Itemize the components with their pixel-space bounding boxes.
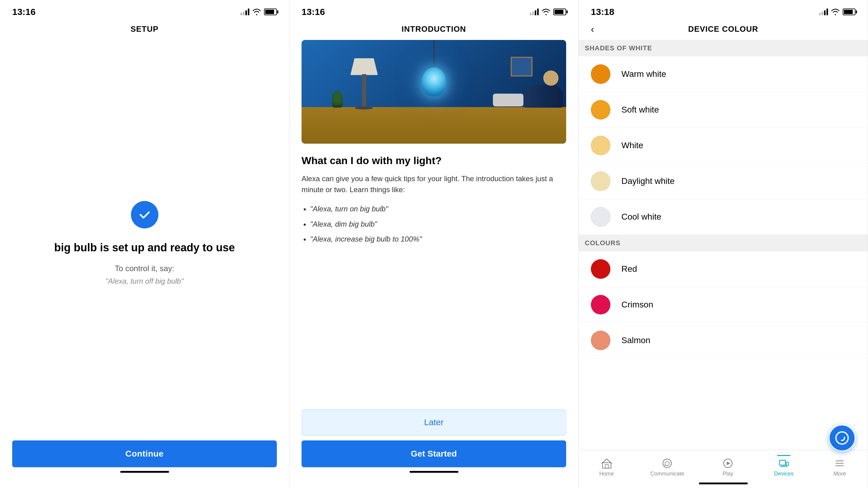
plant [332,91,343,108]
page-title-3: DEVICE COLOUR [688,24,758,34]
page-header-1: SETUP [0,21,289,40]
status-time-2: 13:16 [302,7,325,17]
white-label: White [621,140,643,150]
communicate-nav-icon [660,458,674,469]
setup-title: big bulb is set up and ready to use [54,241,235,255]
nav-more[interactable]: More [828,458,852,477]
signal-icon-3 [819,8,828,15]
back-button[interactable]: ‹ [591,24,594,35]
svg-point-4 [663,459,672,467]
salmon-label: Salmon [621,335,650,345]
intro-bottom: Later Get Started [289,403,578,488]
sleeping-figure [523,85,563,108]
colour-item-daylight-white[interactable]: Daylight white [579,163,868,199]
pendant-bulb [422,67,446,96]
warm-white-swatch [591,64,611,84]
white-swatch [591,136,611,155]
voice-command: "Alexa, turn off big bulb" [105,277,184,286]
page-header-2: INTRODUCTION [289,21,578,40]
svg-point-1 [840,435,844,441]
check-svg [137,207,152,222]
devices-nav-label: Devices [774,470,794,477]
colour-item-warm-white[interactable]: Warm white [579,57,868,92]
home-nav-label: Home [599,470,614,477]
pendant-cord [433,40,434,67]
colour-item-crimson[interactable]: Crimson [579,287,868,323]
svg-rect-6 [779,460,785,465]
more-nav-label: More [834,470,846,477]
colour-item-red[interactable]: Red [579,251,868,287]
devices-active-indicator [777,455,790,456]
salmon-swatch [591,331,611,350]
get-started-button[interactable]: Get Started [302,441,566,467]
play-nav-icon [721,458,735,469]
colour-item-salmon[interactable]: Salmon [579,323,868,358]
intro-title: What can I do with my light? [302,155,442,166]
nav-devices[interactable]: Devices [772,455,796,477]
head [543,70,559,86]
setup-bottom: Continue [0,434,289,488]
intro-body: Alexa can give you a few quick tips for … [302,173,566,195]
nav-communicate[interactable]: Communicate [650,458,684,477]
nav-home[interactable]: Home [594,458,619,477]
alexa-fab-button[interactable] [829,425,856,451]
battery-icon-3 [843,8,856,15]
battery-icon-2 [553,8,566,15]
wifi-icon-3 [831,8,840,15]
status-time-1: 13:16 [12,7,36,17]
home-nav-icon [600,458,614,469]
setup-content: big bulb is set up and ready to use To c… [0,40,289,434]
section-colours-header: COLOURS [579,235,868,251]
colour-item-cool-white[interactable]: Cool white [579,199,868,235]
soft-white-label: Soft white [621,105,659,115]
daylight-white-swatch [591,171,611,191]
devices-nav-icon [777,458,790,469]
alexa-icon [834,430,850,446]
status-icons-2 [530,8,566,15]
wifi-icon-2 [542,8,550,15]
status-bar-3: 13:18 [579,0,868,21]
intro-examples-list: "Alexa, turn on big bulb" "Alexa, dim bi… [302,204,422,249]
later-button[interactable]: Later [302,409,566,435]
status-bar-1: 13:16 [0,0,289,21]
panel-introduction: 13:16 INTRODUCTION [289,0,579,488]
red-swatch [591,259,611,279]
panel-setup: 13:16 SETUP big bulb is set up and ready… [0,0,289,488]
success-icon [131,201,158,228]
crimson-swatch [591,295,611,315]
signal-icon-1 [241,8,249,15]
status-bar-2: 13:16 [289,0,578,21]
svg-rect-7 [786,462,789,466]
colour-item-soft-white[interactable]: Soft white [579,92,868,128]
svg-rect-2 [602,463,611,468]
setup-subtitle: To control it, say: [115,264,174,273]
status-icons-3 [819,8,856,15]
status-icons-1 [241,8,277,15]
page-title-1: SETUP [131,24,159,34]
picture-frame [510,57,533,76]
colour-item-white[interactable]: White [579,128,868,163]
status-time-3: 13:18 [591,7,614,17]
daylight-white-label: Daylight white [621,176,675,186]
page-title-2: INTRODUCTION [402,24,466,34]
panel-device-colour: 13:18 ‹ DEVICE COLOUR SHADES OF WHITE [579,0,868,488]
section-shades-header: SHADES OF WHITE [579,40,868,57]
colour-list: SHADES OF WHITE Warm white Soft white Wh… [579,40,868,358]
intro-content: What can I do with my light? Alexa can g… [289,40,578,403]
battery-icon-1 [264,8,277,15]
colour-content: SHADES OF WHITE Warm white Soft white Wh… [579,40,868,450]
page-header-3: ‹ DEVICE COLOUR [579,21,868,40]
example-3: "Alexa, increase big bulb to 100%" [310,234,422,244]
nav-play[interactable]: Play [716,458,740,477]
cool-white-swatch [591,207,611,227]
room-floor [302,107,566,144]
lamp-pole [362,74,366,108]
more-nav-icon [833,458,846,469]
smart-device [493,94,523,106]
crimson-label: Crimson [621,300,653,310]
lamp-base [355,106,373,109]
soft-white-swatch [591,100,611,120]
lamp-shade [350,58,378,75]
warm-white-label: Warm white [621,69,666,79]
continue-button[interactable]: Continue [12,441,277,467]
